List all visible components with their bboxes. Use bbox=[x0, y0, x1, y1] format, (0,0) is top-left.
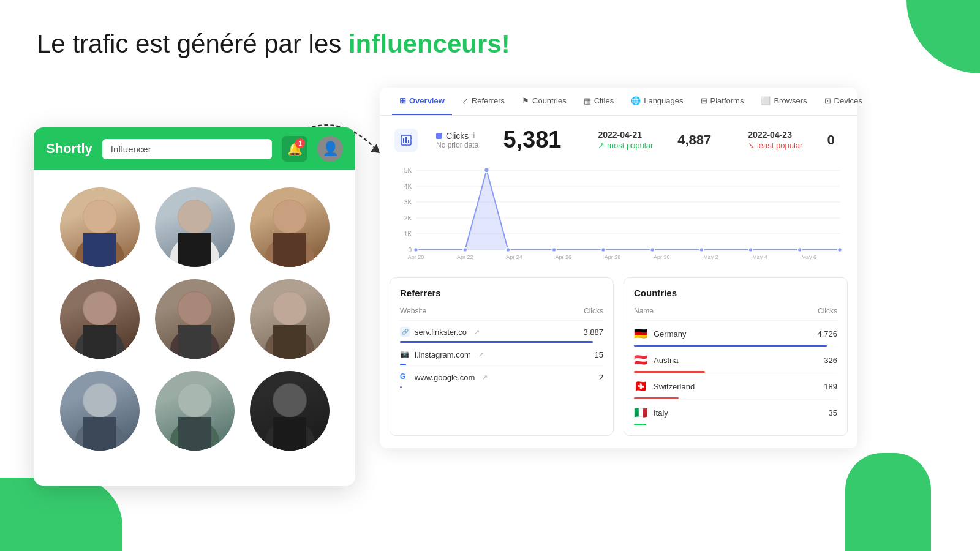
svg-point-3 bbox=[83, 200, 116, 233]
flag-1: 🇩🇪 bbox=[634, 327, 647, 340]
most-popular-stat: 2022-04-21 ↗ most popular bbox=[598, 130, 653, 150]
search-input[interactable] bbox=[102, 139, 272, 159]
svg-text:May 4: May 4 bbox=[752, 254, 767, 260]
flag-3: 🇨🇭 bbox=[634, 380, 647, 393]
influencer-grid bbox=[34, 170, 355, 468]
svg-text:3K: 3K bbox=[404, 199, 412, 206]
least-popular-date: 2022-04-23 bbox=[748, 130, 802, 140]
shortly-panel: Shortly 🔔 1 👤 bbox=[34, 127, 355, 486]
metric-label-group: Clicks ℹ No prior data bbox=[436, 131, 478, 149]
svg-point-35 bbox=[273, 384, 306, 417]
svg-rect-39 bbox=[405, 137, 407, 143]
site-name-3: www.google.com bbox=[415, 373, 475, 382]
influencer-avatar-5[interactable] bbox=[155, 279, 235, 359]
favicon-2: 📷 bbox=[400, 350, 410, 359]
ext-link-3: ↗ bbox=[482, 373, 488, 381]
svg-rect-32 bbox=[178, 417, 211, 451]
influencer-avatar-9[interactable] bbox=[250, 371, 330, 451]
bg-decoration-top-right bbox=[907, 0, 980, 73]
tab-referrers[interactable]: ⤤ Referrers bbox=[454, 88, 512, 115]
site-clicks-2: 15 bbox=[595, 350, 603, 359]
svg-text:2K: 2K bbox=[404, 215, 412, 222]
countries-icon: ⚑ bbox=[522, 96, 529, 105]
svg-rect-28 bbox=[83, 417, 116, 451]
svg-text:Apr 28: Apr 28 bbox=[605, 254, 621, 260]
svg-point-55 bbox=[484, 168, 489, 173]
influencer-avatar-7[interactable] bbox=[60, 371, 140, 451]
least-popular-value: 0 bbox=[827, 132, 834, 148]
referrers-col-clicks: Clicks bbox=[584, 307, 603, 315]
ext-link-1: ↗ bbox=[474, 328, 480, 336]
svg-text:0: 0 bbox=[409, 247, 412, 253]
svg-point-23 bbox=[273, 292, 306, 325]
user-avatar[interactable]: 👤 bbox=[317, 136, 343, 162]
country-name-4: Italy bbox=[654, 408, 829, 418]
svg-point-11 bbox=[273, 200, 306, 233]
svg-text:May 2: May 2 bbox=[703, 254, 718, 260]
cities-icon: ▦ bbox=[584, 96, 591, 105]
referrers-panel: Referrers Website Clicks 🔗 serv.linkster… bbox=[390, 277, 614, 436]
svg-point-53 bbox=[414, 248, 418, 252]
tab-overview[interactable]: ⊞ Overview bbox=[392, 88, 452, 115]
most-popular-label: ↗ most popular bbox=[598, 141, 653, 150]
svg-text:Apr 26: Apr 26 bbox=[555, 254, 571, 260]
chart-container: 5K 4K 3K 2K 1K 0 bbox=[380, 164, 858, 271]
flag-2: 🇦🇹 bbox=[634, 353, 647, 367]
svg-point-63 bbox=[837, 248, 842, 252]
tab-countries[interactable]: ⚑ Countries bbox=[514, 88, 574, 115]
country-bar-4 bbox=[634, 424, 646, 425]
svg-point-58 bbox=[601, 248, 605, 252]
svg-text:Apr 30: Apr 30 bbox=[654, 254, 670, 260]
most-popular-date: 2022-04-21 bbox=[598, 130, 653, 140]
devices-icon: ⊡ bbox=[824, 96, 831, 105]
svg-point-57 bbox=[552, 248, 556, 252]
tab-platforms[interactable]: ⊟ Platforms bbox=[693, 88, 752, 115]
svg-point-15 bbox=[83, 292, 116, 325]
site-clicks-3: 2 bbox=[599, 373, 603, 382]
site-clicks-1: 3,887 bbox=[583, 328, 603, 337]
svg-point-59 bbox=[650, 248, 655, 252]
bell-badge: 1 bbox=[295, 138, 305, 148]
tab-languages[interactable]: 🌐 Languages bbox=[624, 88, 690, 115]
metric-dot bbox=[436, 133, 442, 139]
svg-text:1K: 1K bbox=[404, 231, 412, 238]
svg-point-27 bbox=[83, 384, 116, 417]
bar-1 bbox=[400, 341, 593, 343]
languages-icon: 🌐 bbox=[631, 96, 641, 105]
bar-3 bbox=[400, 386, 402, 388]
least-popular-stat: 2022-04-23 ↘ least popular bbox=[748, 130, 802, 150]
tab-browsers[interactable]: ⬜ Browsers bbox=[753, 88, 814, 115]
country-name-3: Switzerland bbox=[654, 382, 824, 391]
svg-rect-16 bbox=[83, 325, 116, 359]
svg-point-61 bbox=[748, 248, 753, 252]
svg-point-19 bbox=[178, 292, 211, 325]
influencer-avatar-3[interactable] bbox=[250, 187, 330, 267]
bell-button[interactable]: 🔔 1 bbox=[282, 136, 307, 162]
svg-rect-20 bbox=[178, 325, 211, 359]
clicks-chart: 5K 4K 3K 2K 1K 0 bbox=[394, 164, 843, 262]
influencer-avatar-8[interactable] bbox=[155, 371, 235, 451]
country-clicks-3: 189 bbox=[824, 382, 837, 391]
least-popular-label: ↘ least popular bbox=[748, 141, 802, 150]
tab-cities[interactable]: ▦ Cities bbox=[576, 88, 622, 115]
svg-text:Apr 22: Apr 22 bbox=[457, 254, 473, 260]
analytics-tabs: ⊞ Overview ⤤ Referrers ⚑ Countries ▦ Cit… bbox=[380, 88, 858, 116]
referrers-table-header: Website Clicks bbox=[400, 304, 603, 321]
country-clicks-4: 35 bbox=[829, 408, 837, 418]
countries-table-header: Name Clicks bbox=[634, 304, 837, 321]
tab-devices[interactable]: ⊡ Devices bbox=[817, 88, 870, 115]
flag-4: 🇮🇹 bbox=[634, 406, 647, 419]
influencer-avatar-1[interactable] bbox=[60, 187, 140, 267]
analytics-panel: ⊞ Overview ⤤ Referrers ⚑ Countries ▦ Cit… bbox=[380, 88, 858, 448]
influencer-avatar-2[interactable] bbox=[155, 187, 235, 267]
country-bar-2 bbox=[634, 371, 705, 373]
influencer-avatar-4[interactable] bbox=[60, 279, 140, 359]
svg-point-31 bbox=[178, 384, 211, 417]
influencer-avatar-6[interactable] bbox=[250, 279, 330, 359]
country-clicks-2: 326 bbox=[824, 356, 837, 365]
headline: Le trafic est généré par les influenceur… bbox=[37, 29, 510, 59]
bar-2 bbox=[400, 364, 406, 365]
stats-row: Clicks ℹ No prior data 5,381 2022-04-21 … bbox=[380, 116, 858, 164]
country-row-3: 🇨🇭 Switzerland 189 bbox=[634, 373, 837, 400]
favicon-1: 🔗 bbox=[400, 327, 410, 337]
